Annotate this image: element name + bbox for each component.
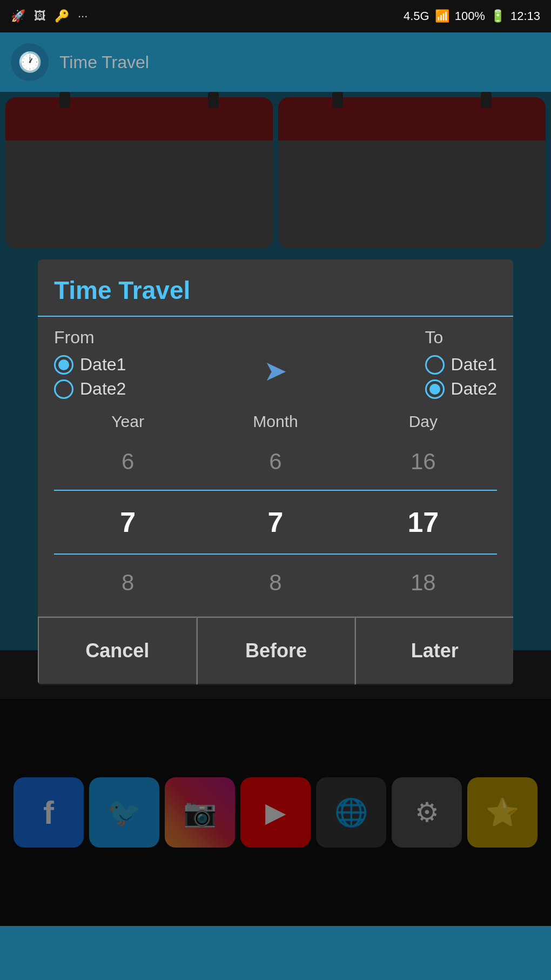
time-label: 12:13 (510, 9, 540, 23)
year-below-value[interactable]: 8 (54, 555, 201, 611)
signal-bars-icon: 📶 (435, 9, 449, 23)
image-icon: 🖼 (34, 9, 46, 23)
from-date1-row[interactable]: Date1 (54, 355, 126, 375)
to-date1-row[interactable]: Date1 (425, 355, 497, 375)
arrow-section: ➤ (264, 328, 287, 387)
month-col-below: 8 (201, 555, 349, 611)
year-col-above: 6 (54, 434, 201, 490)
from-to-row: From Date1 Date2 ➤ To (54, 328, 497, 399)
time-travel-dialog: Time Travel From Date1 Date2 (38, 259, 513, 685)
arrow-right-icon: ➤ (264, 355, 287, 387)
app-bar-title: Time Travel (59, 52, 149, 72)
later-button[interactable]: Later (355, 617, 513, 685)
from-section: From Date1 Date2 (54, 328, 126, 399)
app-logo-icon: 🕐 (11, 43, 49, 81)
day-selected-value[interactable]: 17 (350, 491, 497, 554)
from-date2-label: Date2 (80, 379, 126, 399)
cancel-button[interactable]: Cancel (38, 617, 197, 685)
battery-label: 100% (455, 9, 485, 23)
from-date1-label: Date1 (80, 355, 126, 375)
from-date2-radio[interactable] (54, 379, 73, 399)
to-date2-row[interactable]: Date2 (425, 379, 497, 399)
key-icon: 🔑 (55, 9, 69, 23)
day-col-selected: 17 (350, 491, 497, 554)
day-above-value[interactable]: 16 (350, 434, 497, 490)
picker-area[interactable]: 6 6 16 7 7 (54, 434, 497, 611)
month-above-value[interactable]: 6 (201, 434, 349, 490)
to-date2-radio[interactable] (425, 379, 445, 399)
to-date1-radio[interactable] (425, 355, 445, 375)
battery-icon: 🔋 (490, 9, 505, 23)
status-bar: 🚀 🖼 🔑 ··· 4.5G 📶 100% 🔋 12:13 (0, 0, 551, 32)
day-below-value[interactable]: 18 (350, 555, 497, 611)
from-date1-radio[interactable] (54, 355, 73, 375)
month-below-value[interactable]: 8 (201, 555, 349, 611)
from-label: From (54, 328, 126, 348)
before-button[interactable]: Before (197, 617, 355, 685)
month-col-selected: 7 (201, 491, 349, 554)
to-date2-label: Date2 (451, 379, 497, 399)
year-selected-value[interactable]: 7 (54, 491, 201, 554)
month-col-above: 6 (201, 434, 349, 490)
dialog-buttons: Cancel Before Later (38, 616, 513, 685)
status-left-icons: 🚀 🖼 🔑 ··· (11, 9, 88, 23)
month-selected-value[interactable]: 7 (201, 491, 349, 554)
to-section: To Date1 Date2 (425, 328, 497, 399)
picker-above-row: 6 6 16 (54, 434, 497, 490)
background-area: Time Travel From Date1 Date2 (0, 92, 551, 926)
app-bar: 🕐 Time Travel (0, 32, 551, 92)
day-col-below: 18 (350, 555, 497, 611)
day-header: Day (350, 412, 497, 431)
from-date2-row[interactable]: Date2 (54, 379, 126, 399)
picker-headers: Year Month Day (54, 404, 497, 434)
picker-below-row: 8 8 18 (54, 555, 497, 611)
dialog-title: Time Travel (38, 259, 513, 317)
picker-selected-row: 7 7 17 (54, 491, 497, 554)
signal-label: 4.5G (404, 9, 429, 23)
day-col-above: 16 (350, 434, 497, 490)
rocket-icon: 🚀 (11, 9, 25, 23)
to-label: To (425, 328, 497, 348)
more-icon: ··· (78, 9, 88, 23)
year-col-selected: 7 (54, 491, 201, 554)
dialog-body: From Date1 Date2 ➤ To (38, 317, 513, 611)
year-col-below: 8 (54, 555, 201, 611)
status-right-info: 4.5G 📶 100% 🔋 12:13 (404, 9, 540, 23)
month-header: Month (201, 412, 349, 431)
year-header: Year (54, 412, 201, 431)
to-date1-label: Date1 (451, 355, 497, 375)
year-above-value[interactable]: 6 (54, 434, 201, 490)
